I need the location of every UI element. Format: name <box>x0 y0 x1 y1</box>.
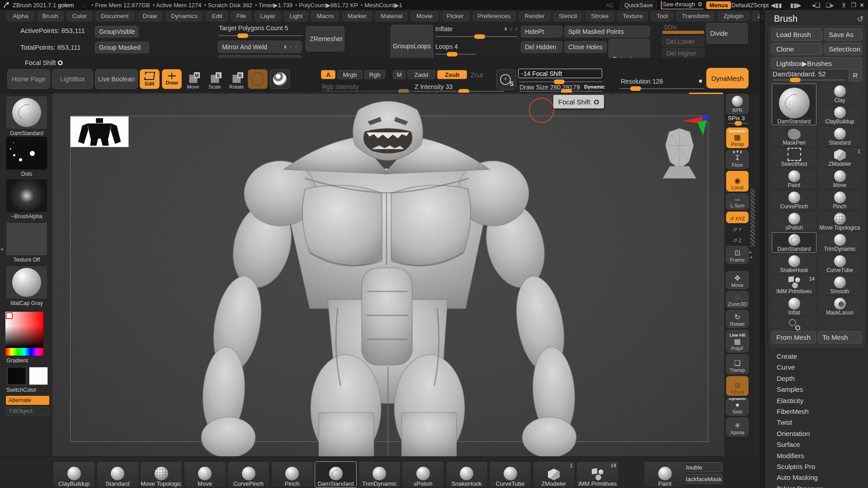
tray-brush-zmodeler[interactable]: 1ZModeler <box>533 461 575 488</box>
brush-smooth[interactable]: Smooth <box>817 275 862 295</box>
gradient-label[interactable]: Gradient <box>6 357 28 364</box>
draw-size-dynamic-toggle[interactable]: Dynamic <box>584 84 605 89</box>
focal-shift-slider[interactable] <box>519 81 602 82</box>
tray-brush-standard[interactable]: Standard <box>97 461 139 488</box>
lightbox-brushes-button[interactable]: Lightbox▶Brushes <box>772 57 862 70</box>
shelf-frame-button[interactable]: ⊡Frame <box>726 246 749 264</box>
brush-spolish[interactable]: sPolish <box>772 211 816 231</box>
menu-dynamics[interactable]: Dynamics <box>165 11 203 21</box>
split-masked-points-button[interactable]: Split Masked Points <box>564 26 650 38</box>
color-picker-cursor[interactable] <box>6 312 13 319</box>
brush-masklasso[interactable]: MaskLasso <box>817 296 862 316</box>
sidebar-tile--brushalpha[interactable]: ~BrushAlpha <box>6 179 47 220</box>
menu-brush[interactable]: Brush <box>37 11 64 21</box>
tray-brush-move[interactable]: Move <box>184 461 226 488</box>
menu-transform[interactable]: Transform <box>676 11 715 21</box>
shelf-zoom3d-button[interactable]: ◌Zoom3D <box>726 291 749 308</box>
loops-slider[interactable] <box>435 54 476 55</box>
shelf-xyz-button[interactable]: ↺ XYZ <box>726 211 749 223</box>
close-holes-button[interactable]: Close Holes <box>564 41 607 53</box>
shelf-y-button[interactable]: ↺ Y <box>726 224 749 234</box>
del-lower-button[interactable]: Del Lower <box>662 36 704 47</box>
draw-button[interactable]: Draw <box>162 69 182 89</box>
shelf-rotate-button[interactable]: ↻Rotate <box>726 310 749 328</box>
channel-zcut-button[interactable]: Zcut <box>471 71 483 79</box>
tray-collapse-right-icon[interactable]: ▮▮▶ <box>790 0 801 10</box>
tray-brush-curvepinch[interactable]: CurvePinch <box>227 461 269 488</box>
window-arrange-back-icon[interactable]: ◂❏ <box>812 0 820 10</box>
select-icon-button[interactable]: SelectIcon <box>824 43 862 55</box>
tray-brush-paint[interactable]: Paint <box>644 461 686 488</box>
channel-zsub-button[interactable]: Zsub <box>437 70 467 79</box>
hidept-button[interactable]: HidePt <box>521 26 562 38</box>
brush-curvepinch[interactable]: CurvePinch <box>772 190 816 210</box>
subpalette-samples[interactable]: Samples <box>777 385 803 393</box>
scale-gizmo-button[interactable]: S Scale <box>204 69 225 89</box>
brush-curvetube[interactable]: CurveTube <box>817 253 862 274</box>
subpalette-elasticity[interactable]: Elasticity <box>777 397 803 404</box>
menu-file[interactable]: File <box>231 11 252 21</box>
brush-damstandard[interactable]: DamStandard <box>772 84 816 125</box>
del-higher-button[interactable]: Del Higher <box>662 48 704 58</box>
alternate-button[interactable]: Alternate <box>6 396 49 405</box>
menu-alpha[interactable]: Alpha <box>7 11 34 21</box>
alpha-picker-button[interactable] <box>270 69 290 89</box>
brush-inflat[interactable]: Inflat <box>772 296 816 316</box>
menu-draw[interactable]: Draw <box>137 11 163 21</box>
brush-maskpen[interactable]: MaskPen <box>772 126 816 146</box>
menu-tool[interactable]: Tool <box>651 11 673 21</box>
draw-size-slider[interactable] <box>519 91 602 92</box>
brush-paint[interactable]: Paint <box>772 169 816 189</box>
menu-light[interactable]: Light <box>284 11 308 21</box>
tray-brush-snakehook[interactable]: SnakeHook <box>446 461 488 488</box>
menu-layer[interactable]: Layer <box>255 11 281 21</box>
brush-standard[interactable]: Standard <box>817 126 862 146</box>
r-button[interactable]: R <box>849 69 862 81</box>
del-hidden-button[interactable]: Del Hidden <box>521 41 562 53</box>
brush-move-topologica[interactable]: Move Topologica <box>817 211 862 231</box>
subpalette-auto-masking[interactable]: Auto Masking <box>777 474 818 481</box>
menu-preferences[interactable]: Preferences <box>472 11 516 21</box>
zremesher-button[interactable]: ZRemesher <box>306 26 344 52</box>
tray-brush-move-topologica[interactable]: Move Topologica <box>140 461 182 488</box>
close-icon[interactable]: ✕ <box>859 0 864 10</box>
hue-strip[interactable] <box>5 348 43 356</box>
stroke-type-button[interactable] <box>248 69 268 89</box>
menu-edit[interactable]: Edit <box>206 11 227 21</box>
golem-model[interactable] <box>170 96 604 456</box>
save-as-button[interactable]: Save As <box>824 28 862 41</box>
main-color-swatch[interactable] <box>7 367 26 385</box>
channel-zadd-button[interactable]: Zadd <box>407 70 435 79</box>
menu-stencil[interactable]: Stencil <box>553 11 583 21</box>
focal-shift-input[interactable]: -14 Focal Shift <box>518 69 602 78</box>
brush-zmodeler[interactable]: 1ZModeler <box>817 147 862 168</box>
subpalette-tablet-pressure[interactable]: Tablet Pressure <box>777 485 824 488</box>
shelf-solo-button[interactable]: Dynamic●Solo <box>726 398 749 416</box>
inflate-slider[interactable] <box>435 36 518 37</box>
sidebar-tile-dots[interactable]: Dots <box>6 136 47 177</box>
shelf-transp-button[interactable]: ❏Transp <box>726 354 749 374</box>
shelf-local-button[interactable]: ◉Local <box>726 171 749 192</box>
shelf-bpr-button[interactable]: BPR <box>726 94 749 114</box>
shelf-l-sym-button[interactable]: ↔L.Sym <box>726 193 749 210</box>
resolution-slider[interactable] <box>619 88 704 89</box>
menu-render[interactable]: Render <box>519 11 550 21</box>
brush-size-slider[interactable] <box>773 80 845 80</box>
menu-picker[interactable]: Picker <box>441 11 469 21</box>
brush-damstandard[interactable]: DamStandard <box>772 232 816 253</box>
shelf-ghost-button[interactable]: ◍Ghost <box>726 376 749 396</box>
live-boolean-button[interactable]: Live Boolean <box>95 69 138 89</box>
fill-object-button[interactable]: FillObject <box>6 407 49 416</box>
menu-stroke[interactable]: Stroke <box>585 11 614 21</box>
axes-indicator[interactable]: x y z <box>284 44 298 49</box>
move-gizmo-button[interactable]: M Move <box>183 69 203 89</box>
menu-texture[interactable]: Texture <box>617 11 648 21</box>
quicksave-button[interactable]: QuickSave <box>620 0 657 10</box>
shelf-scrollbar[interactable] <box>750 189 755 247</box>
menu-marker[interactable]: Marker <box>342 11 372 21</box>
mirror-and-weld-button[interactable]: Mirror And Weld x y z <box>218 41 302 53</box>
color-picker[interactable] <box>5 312 43 348</box>
dynamesh-button[interactable]: DynaMesh <box>706 68 749 89</box>
subpalette-depth[interactable]: Depth <box>777 375 795 382</box>
shelf-floor-button[interactable]: x Y z↧Floor <box>726 150 749 169</box>
